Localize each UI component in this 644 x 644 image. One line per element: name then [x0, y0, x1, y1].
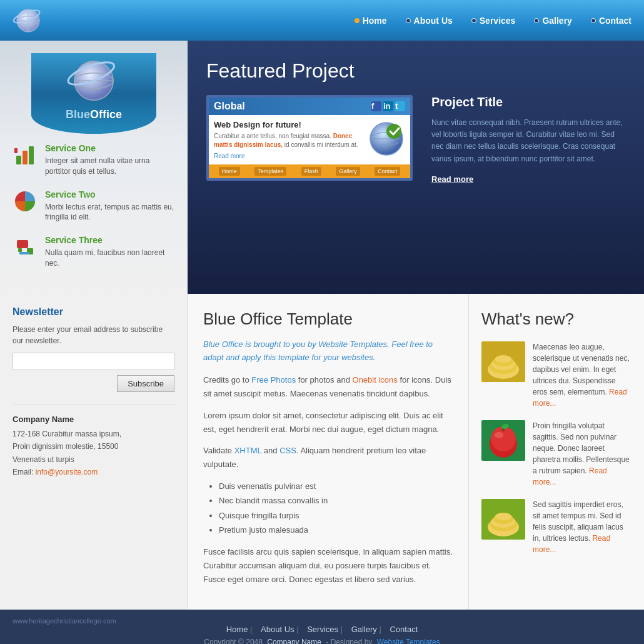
svg-rect-17	[19, 252, 29, 254]
news-text-1: Maecenas leo augue, scelerisque ut venen…	[533, 341, 631, 409]
project-title: Project Title	[431, 95, 625, 109]
news-thumb-2	[481, 420, 525, 461]
company-info: Company Name 172-168 Curabitur massa ips…	[13, 405, 174, 479]
hero-text: Project Title Nunc vitae consequat nibh.…	[431, 95, 625, 184]
main-content-title: Blue Office Template	[203, 309, 453, 329]
subscribe-button[interactable]: Subscribe	[117, 375, 174, 392]
footer-nav-gallery[interactable]: Gallery	[348, 625, 385, 634]
free-photos-link[interactable]: Free Photos	[251, 375, 296, 385]
svg-point-39	[495, 513, 511, 520]
xhtml-link[interactable]: XHTML	[234, 446, 262, 455]
svg-rect-14	[17, 240, 28, 248]
service-item-three: Service Three Nulla quam mi, faucibus no…	[13, 235, 175, 269]
mini-site-social: f in t	[371, 101, 405, 111]
logo-globe	[13, 5, 44, 36]
whats-new-title: What's new?	[481, 309, 631, 329]
sidebar-brand: BlueOffice	[31, 53, 156, 134]
service-content-three: Service Three Nulla quam mi, faucibus no…	[45, 235, 175, 269]
sidebar-brand-globe	[44, 59, 144, 105]
project-description: Nunc vitae consequat nibh. Praesent rutr…	[431, 117, 625, 165]
main-intro: Blue Office is brought to you by Website…	[203, 338, 453, 365]
news-text-3: Sed sagittis imperdiet eros, sit amet te…	[533, 499, 631, 555]
sidebar: BlueOffice Service One Integer sit amet …	[0, 41, 188, 294]
footer-url: www.heritagechristiancollege.com	[13, 617, 116, 625]
content-area: Newsletter Please enter your email addre…	[0, 294, 644, 610]
main-wrapper: BlueOffice Service One Integer sit amet …	[0, 41, 644, 294]
service-icon-one	[13, 143, 38, 169]
mini-site-nav: Home Templates Flash Gallery Contact	[209, 164, 410, 178]
footer-nav-home[interactable]: Home	[223, 625, 256, 634]
newsletter-title: Newsletter	[13, 306, 174, 318]
linkedin-icon: in	[383, 101, 393, 111]
read-more-link[interactable]: Read more	[431, 174, 473, 184]
svg-rect-9	[16, 156, 21, 164]
footer-designer-link[interactable]: Website Templates	[377, 638, 440, 644]
svg-rect-11	[29, 146, 34, 164]
hero-content: Global f in t	[206, 95, 625, 184]
news-item-3: Sed sagittis imperdiet eros, sit amet te…	[481, 499, 631, 555]
sidebar-brand-text: BlueOffice	[44, 108, 144, 121]
facebook-icon: f	[371, 101, 381, 111]
lorem-para: Lorem ipsum dolor sit amet, consectetur …	[203, 409, 453, 436]
company-name: Company Name	[13, 415, 174, 424]
nav-gallery[interactable]: Gallery	[534, 16, 571, 26]
validate-para: Validate XHTML and CSS. Aliquam hendreri…	[203, 444, 453, 471]
service-icon-three	[13, 235, 38, 261]
email-input[interactable]	[13, 353, 174, 370]
mini-site-header: Global f in t	[209, 98, 410, 115]
news-text-2: Proin fringilla volutpat sagittis. Sed n…	[533, 420, 631, 488]
main-content: Blue Office Template Blue Office is brou…	[188, 294, 469, 610]
onebit-icons-link[interactable]: Onebit icons	[353, 375, 398, 385]
featured-project-title: Featured Project	[206, 59, 625, 83]
nav-dot-about	[406, 18, 411, 23]
news-item-2: Proin fringilla volutpat sagittis. Sed n…	[481, 420, 631, 488]
newsletter-section: Newsletter Please enter your email addre…	[13, 306, 174, 392]
header: Home About Us Services Gallery Contact	[0, 0, 644, 41]
footer-nav-contact[interactable]: Contact	[386, 625, 421, 634]
nav-dot-gallery	[534, 18, 539, 23]
svg-rect-15	[18, 248, 22, 252]
svg-point-31	[495, 432, 503, 438]
main-list: Duis venenatis pulvinar est Nec blandit …	[219, 479, 453, 538]
service-icon-two	[13, 189, 38, 215]
whats-new-section: What's new? Maecenas leo augue, sceleris…	[469, 294, 644, 610]
service-content-two: Service Two Morbi lectus erat, tempus ac…	[45, 189, 175, 223]
svg-rect-12	[14, 148, 18, 153]
css-link[interactable]: CSS	[279, 446, 296, 455]
news-item-1: Maecenas leo augue, scelerisque ut venen…	[481, 341, 631, 409]
footer: www.heritagechristiancollege.com Home Ab…	[0, 610, 644, 644]
mini-site-body: Web Design for future! Curabitur a ante …	[209, 115, 410, 164]
footer-copyright: Copyright © 2048 Company Name - Designed…	[13, 638, 631, 644]
news-thumb-1	[481, 341, 525, 382]
nav-dot-home	[355, 18, 360, 23]
nav-home[interactable]: Home	[355, 16, 387, 26]
credits-para: Credits go to Free Photos for photos and…	[203, 373, 453, 401]
nav-services[interactable]: Services	[471, 16, 516, 26]
service-item-one: Service One Integer sit amet nulla vitae…	[13, 143, 175, 177]
footer-nav-about[interactable]: About Us	[258, 625, 301, 634]
nav-about[interactable]: About Us	[406, 16, 453, 26]
service-content-one: Service One Integer sit amet nulla vitae…	[45, 143, 175, 177]
svg-rect-10	[23, 151, 28, 164]
nav-dot-contact	[591, 18, 596, 23]
logo-area	[13, 5, 44, 36]
main-nav: Home About Us Services Gallery Contact	[355, 16, 631, 26]
news-thumb-3	[481, 499, 525, 540]
svg-point-27	[495, 355, 511, 363]
company-email-link[interactable]: info@yoursite.com	[36, 468, 98, 476]
service-item-two: Service Two Morbi lectus erat, tempus ac…	[13, 189, 175, 223]
newsletter-desc: Please enter your email address to subsc…	[13, 324, 174, 346]
hero-section: Featured Project Global f in t	[188, 41, 644, 294]
twitter-icon: t	[395, 101, 405, 111]
nav-contact[interactable]: Contact	[591, 16, 631, 26]
fusce-para: Fusce facilisis arcu quis sapien sceleri…	[203, 545, 453, 586]
svg-point-21	[386, 124, 401, 139]
footer-nav-services[interactable]: Services	[304, 625, 346, 634]
left-panel: Newsletter Please enter your email addre…	[0, 294, 188, 610]
footer-nav: Home About Us Services Gallery Contact	[13, 625, 631, 634]
nav-dot-services	[471, 18, 476, 23]
hero-image: Global f in t	[206, 95, 413, 181]
mini-site-globe-img	[368, 120, 405, 159]
